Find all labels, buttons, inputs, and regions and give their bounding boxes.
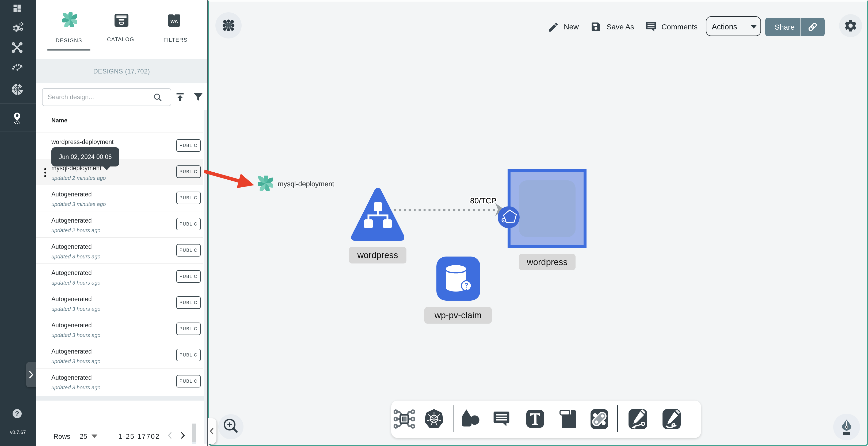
svg-text:?: ? — [465, 282, 468, 289]
svg-text:80/TCP: 80/TCP — [470, 197, 496, 205]
svg-text:mysql-deployment: mysql-deployment — [278, 180, 335, 188]
svg-text:WA: WA — [170, 19, 178, 24]
